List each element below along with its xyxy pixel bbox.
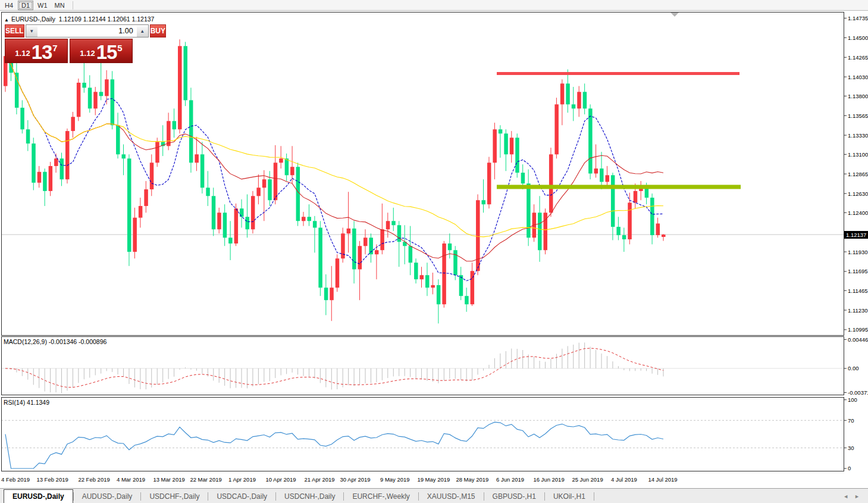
volume-input[interactable] (37, 25, 137, 37)
candle-body (577, 92, 581, 108)
candle-body (251, 196, 255, 229)
candle-body (217, 213, 221, 229)
candle-body (245, 217, 249, 229)
candle-body (313, 221, 317, 227)
candle-body (279, 158, 283, 163)
candle-body (442, 243, 446, 304)
candle-body (453, 250, 457, 275)
candle-body (465, 296, 469, 304)
candle-body (459, 275, 463, 296)
candle-body (262, 179, 267, 188)
tab-usdchf-daily[interactable]: USDCHF-,Daily (141, 490, 208, 503)
tab-eurusd-daily[interactable]: EURUSD-,Daily (4, 489, 73, 503)
one-click-trading-widget: SELL ▼ ▲ BUY 1.12 13 7 1.12 15 5 (5, 24, 134, 63)
buy-price-sup: 5 (117, 40, 122, 53)
candle-body (375, 250, 379, 254)
tab-audusd-daily[interactable]: AUDUSD-,Daily (74, 490, 141, 503)
price-axis-label: 1.14030 (848, 74, 868, 80)
chart-title: ▲EURUSD-,Daily 1.12109 1.12144 1.12061 1… (4, 15, 154, 23)
price-axis-label: 1.11695 (848, 268, 868, 274)
candle-body (538, 213, 542, 250)
date-axis-label: 22 Mar 2019 (190, 476, 221, 483)
scroll-left-icon[interactable]: ◄ (843, 493, 848, 499)
spin-down-icon: ▼ (29, 29, 34, 34)
sell-price-box[interactable]: 1.12 13 7 (5, 39, 68, 63)
date-axis-label: 1 Apr 2019 (228, 476, 256, 483)
candle-body (588, 108, 593, 173)
candle-body (521, 173, 525, 183)
candle-body (414, 263, 418, 279)
candle-body (189, 100, 193, 163)
tab-eurchf-weekly[interactable]: EURCHF-,Weekly (344, 490, 418, 503)
rsi-axis-label: 70 (848, 417, 854, 424)
ma-line-slow (5, 56, 663, 237)
collapse-icon[interactable]: ▲ (4, 17, 9, 23)
chart-canvas[interactable] (0, 0, 868, 503)
candle-body (82, 83, 86, 88)
candle-body (155, 142, 159, 163)
candle-body (99, 92, 104, 96)
sell-price-prefix: 1.12 (15, 49, 30, 58)
candle-body (628, 202, 632, 239)
candle-body (554, 104, 559, 154)
candle-body (386, 221, 390, 229)
candle-body (20, 108, 24, 129)
candle-body (425, 275, 430, 288)
buy-button[interactable]: BUY (150, 24, 166, 38)
candle-body (504, 133, 508, 154)
candle-body (122, 154, 126, 158)
candle-body (32, 143, 36, 183)
volume-increase-button[interactable]: ▲ (137, 25, 148, 37)
tab-ukoil-h1[interactable]: UKOil-,H1 (545, 490, 594, 503)
price-axis-label: 1.11465 (848, 288, 868, 294)
candle-body (302, 217, 306, 221)
volume-decrease-button[interactable]: ▼ (26, 25, 37, 37)
candle-body (223, 213, 227, 238)
candle-body (549, 154, 553, 213)
price-axis-label: 1.14500 (848, 35, 868, 41)
candle-body (566, 83, 570, 104)
chart-ohlc-values: 1.12109 1.12144 1.12061 1.12137 (59, 15, 155, 23)
end-of-chart-marker-icon (670, 13, 679, 17)
scroll-right-icon[interactable]: ► (854, 493, 860, 499)
candle-body (173, 121, 177, 129)
buy-price-box[interactable]: 1.12 15 5 (70, 39, 133, 63)
candle-body (60, 158, 64, 179)
tab-usdcad-daily[interactable]: USDCAD-,Daily (208, 490, 275, 503)
current-price-tag: 1.12137 (844, 231, 868, 239)
candle-body (420, 275, 424, 279)
candle-body (318, 227, 322, 288)
candle-body (139, 206, 143, 218)
candle-body (285, 158, 289, 175)
chart-tabs: EURUSD-,DailyAUDUSD-,DailyUSDCHF-,DailyU… (0, 489, 843, 503)
candle-body (487, 163, 491, 204)
candle-body (77, 83, 81, 117)
candle-body (127, 158, 131, 252)
macd-header-label: MACD(12,26,9) -0.001346 -0.000896 (4, 338, 106, 345)
ma-line-fast (5, 56, 663, 281)
candle-body (178, 46, 182, 129)
macd-signal-line (5, 348, 663, 388)
sell-button[interactable]: SELL (5, 24, 24, 38)
candle-body (656, 223, 660, 235)
tab-usdcnh-daily[interactable]: USDCNH-,Daily (276, 490, 343, 503)
tab-gbpusd-h1[interactable]: GBPUSD-,H1 (484, 490, 544, 503)
candle-body (409, 246, 413, 263)
candle-body (167, 121, 171, 146)
tab-xauusd-m15[interactable]: XAUUSD-,M15 (419, 490, 484, 503)
candle-body (352, 229, 356, 270)
candle-body (133, 218, 137, 252)
candle-body (662, 235, 666, 237)
date-axis-label: 13 Feb 2019 (36, 476, 68, 483)
candle-body (93, 92, 98, 108)
candle-body (15, 73, 19, 108)
rsi-axis-label: 100 (848, 396, 857, 403)
date-axis-label: 28 May 2019 (456, 476, 488, 483)
candle-body (330, 288, 334, 300)
candle-body (645, 188, 649, 198)
candle-body (65, 131, 70, 179)
candle-body (43, 172, 47, 191)
candle-body (150, 163, 154, 189)
price-axis-label: 1.11230 (848, 307, 868, 314)
candle-body (622, 235, 626, 239)
